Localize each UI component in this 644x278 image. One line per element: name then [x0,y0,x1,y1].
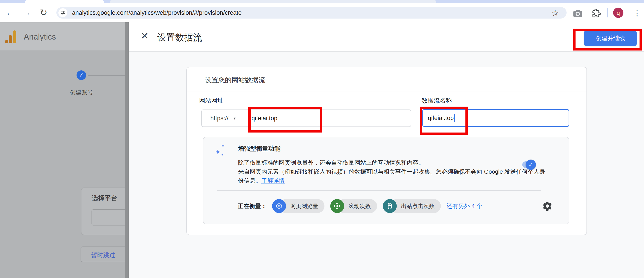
panel-header: ✕ 设置数据流 创建并继续 [129,22,644,52]
website-url-label: 网站网址 [199,97,223,105]
background-page: Analytics ✓ 创建账号 选择平台 暂时跳过 [0,22,129,278]
measuring-label: 正在衡量： [238,202,267,210]
enhanced-measurement-section: 增强型衡量功能 除了衡量标准的网页浏览量外，还会自动衡量网站上的互动情况和内容。… [203,137,569,224]
avatar-letter: q [617,9,620,16]
stepper-connector [88,75,129,75]
choose-platform-heading: 选择平台 [92,194,118,203]
gear-icon[interactable] [542,201,553,211]
extensions-icon[interactable] [592,8,601,19]
web-stream-card: 设置您的网站数据流 网站网址 数据流名称 https:// ▼ qifeiai.… [186,67,587,235]
mouse-icon [383,199,397,213]
browser-toolbar: ← → ↻ analytics.google.com/analytics/web… [0,3,644,22]
badge-outbound-clicks: 出站点击次数 [383,199,441,213]
url-bar[interactable]: analytics.google.com/analytics/web/provi… [56,7,566,18]
choose-platform-card: 选择平台 [81,188,129,235]
protocol-select[interactable]: https:// ▼ [210,115,236,122]
background-scrollbar[interactable] [125,22,129,278]
close-icon[interactable]: ✕ [141,31,148,41]
panel-title: 设置数据流 [157,31,202,43]
scroll-icon [330,199,344,213]
protocol-value: https:// [210,115,228,122]
annotation-box-website-url [248,107,322,133]
browser-tab-active[interactable] [110,0,436,3]
screen: ← → ↻ analytics.google.com/analytics/web… [0,0,644,278]
measuring-row: 正在衡量： 网页浏览量 [238,199,482,213]
toolbar-divider [607,8,608,17]
card-header: 设置您的网站数据流 [205,75,265,85]
step-label: 创建账号 [70,88,93,96]
site-info-icon[interactable] [58,8,67,17]
stream-setup-panel: ✕ 设置数据流 创建并继续 设置您的网站数据流 网站网址 数据流名称 https… [129,22,644,278]
background-app-header: Analytics [0,22,129,51]
enhanced-description: 除了衡量标准的网页浏览量外，还会自动衡量网站上的互动情况和内容。 来自网页内元素… [238,158,569,185]
analytics-logo-icon [5,30,16,43]
step-complete-icon: ✓ [76,70,86,80]
menu-dots-icon[interactable]: ⋮ [633,8,641,17]
sparkle-icon [214,143,226,159]
enhanced-divider [217,190,541,191]
chevron-down-icon: ▼ [233,116,236,120]
enhanced-measurement-toggle[interactable]: ✓ [522,158,542,172]
badge-page-views: 网页浏览量 [272,199,324,213]
camera-icon[interactable] [573,9,583,18]
browser-tab-strip [0,0,644,3]
more-measurements-link[interactable]: 还有另外 4 个 [447,202,482,210]
eye-icon [272,199,286,213]
learn-more-link[interactable]: 了解详情 [261,177,285,184]
annotation-box-stream-name [420,107,468,135]
forward-icon[interactable]: → [23,8,31,16]
bookmark-star-icon[interactable]: ☆ [552,8,559,18]
platform-option-box[interactable] [92,209,129,226]
brand-title: Analytics [24,32,56,41]
back-icon[interactable]: ← [6,8,14,16]
url-text: analytics.google.com/analytics/web/provi… [72,9,242,16]
badge-scrolls: 滚动次数 [330,199,377,213]
skip-button-label: 暂时跳过 [91,251,115,259]
enhanced-title: 增强型衡量功能 [238,145,280,153]
badge-label: 出站点击次数 [390,199,441,213]
avatar[interactable]: q [613,7,624,18]
reload-icon[interactable]: ↻ [40,8,48,17]
stream-name-label: 数据流名称 [422,97,452,105]
browser-tab[interactable] [25,0,104,3]
card-divider [187,91,586,91]
toggle-thumb-check-icon: ✓ [526,160,536,170]
annotation-box-create-button [573,29,642,50]
skip-button[interactable]: 暂时跳过 [80,247,129,262]
